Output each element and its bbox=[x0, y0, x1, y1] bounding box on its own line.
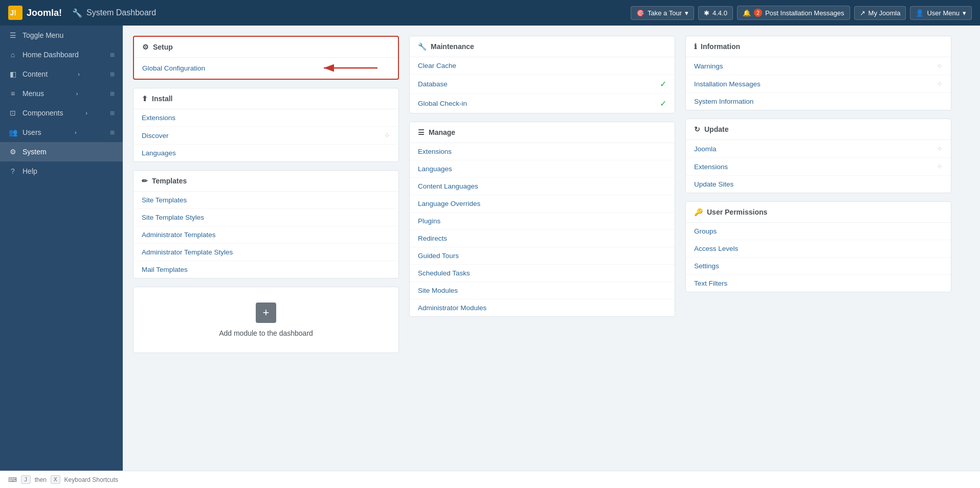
site-templates-link[interactable]: Site Templates bbox=[133, 192, 398, 209]
pencil-icon: ✏ bbox=[142, 177, 148, 185]
gear-icon: ⚙ bbox=[142, 43, 149, 51]
administrator-template-styles-link[interactable]: Administrator Template Styles bbox=[133, 244, 398, 261]
administrator-modules-link[interactable]: Administrator Modules bbox=[410, 299, 675, 316]
sidebar-item-home-dashboard[interactable]: ⌂ Home Dashboard ⊞ bbox=[0, 45, 123, 64]
hamburger-icon: ☰ bbox=[8, 31, 17, 39]
sidebar-item-content[interactable]: ◧ Content › ⊞ bbox=[0, 64, 123, 84]
grid-icon: ⊞ bbox=[110, 71, 115, 78]
extensions-install-link[interactable]: Extensions bbox=[133, 109, 398, 127]
check-icon: ✓ bbox=[660, 99, 666, 108]
joomla-icon: ✱ bbox=[704, 9, 709, 17]
database-link[interactable]: Database ✓ bbox=[410, 75, 675, 94]
refresh-icon: ↻ bbox=[694, 125, 700, 133]
access-levels-link[interactable]: Access Levels bbox=[686, 240, 951, 258]
check-icon: ✓ bbox=[660, 79, 666, 89]
update-sites-link[interactable]: Update Sites bbox=[686, 176, 951, 193]
plugins-link[interactable]: Plugins bbox=[410, 213, 675, 230]
clear-cache-link[interactable]: Clear Cache bbox=[410, 57, 675, 75]
take-a-tour-button[interactable]: 🎯 Take a Tour ▾ bbox=[631, 6, 694, 20]
notifications-badge: 2 bbox=[754, 9, 762, 17]
templates-panel: ✏ Templates Site Templates Site Template… bbox=[133, 170, 399, 278]
warnings-link[interactable]: Warnings ⁘ bbox=[686, 57, 951, 75]
administrator-templates-link[interactable]: Administrator Templates bbox=[133, 226, 398, 244]
add-module-box[interactable]: + Add module to the dashboard bbox=[133, 287, 399, 353]
spinner-icon: ⁘ bbox=[937, 80, 943, 88]
topbar: J! Joomla! 🔧 System Dashboard 🎯 Take a T… bbox=[0, 0, 980, 26]
settings-link[interactable]: Settings bbox=[686, 258, 951, 275]
setup-panel-header: ⚙ Setup bbox=[134, 37, 398, 58]
my-joomla-button[interactable]: ↗ My Joomla bbox=[854, 6, 906, 20]
installation-messages-link[interactable]: Installation Messages ⁘ bbox=[686, 75, 951, 93]
chevron-right-icon: › bbox=[78, 71, 80, 77]
maintenance-panel: 🔧 Maintenance Clear Cache Database ✓ Glo… bbox=[409, 36, 675, 113]
information-panel-header: ℹ Information bbox=[686, 36, 951, 57]
site-modules-link[interactable]: Site Modules bbox=[410, 282, 675, 299]
extensions-manage-link[interactable]: Extensions bbox=[410, 143, 675, 160]
site-template-styles-link[interactable]: Site Template Styles bbox=[133, 209, 398, 226]
maintenance-panel-header: 🔧 Maintenance bbox=[410, 36, 675, 57]
global-configuration-link[interactable]: Global Configuration bbox=[134, 60, 398, 77]
user-menu-button[interactable]: 👤 User Menu ▾ bbox=[910, 6, 972, 20]
grid-icon: ⊞ bbox=[110, 90, 115, 97]
sidebar-item-help[interactable]: ? Help bbox=[0, 161, 123, 181]
extensions-update-link[interactable]: Extensions ⁘ bbox=[686, 158, 951, 176]
groups-link[interactable]: Groups bbox=[686, 223, 951, 240]
sidebar-item-menus[interactable]: ≡ Menus › ⊞ bbox=[0, 84, 123, 103]
content-languages-link[interactable]: Content Languages bbox=[410, 178, 675, 195]
middle-column: 🔧 Maintenance Clear Cache Database ✓ Glo… bbox=[409, 36, 675, 353]
right-column: ℹ Information Warnings ⁘ Installation Me… bbox=[685, 36, 951, 353]
joomla-update-link[interactable]: Joomla ⁘ bbox=[686, 140, 951, 158]
svg-text:J!: J! bbox=[10, 9, 16, 17]
user-icon: 👤 bbox=[916, 9, 924, 17]
spinner-icon: ⁘ bbox=[937, 62, 943, 70]
wrench-icon: 🔧 bbox=[72, 8, 82, 18]
page-title: 🔧 System Dashboard bbox=[72, 8, 625, 18]
key-icon: 🔑 bbox=[694, 208, 703, 216]
system-information-link[interactable]: System Information bbox=[686, 93, 951, 110]
red-arrow-annotation bbox=[321, 62, 383, 74]
bottombar: ⌨ J then X Keyboard Shortcuts bbox=[0, 471, 980, 488]
grid-icon: ⊞ bbox=[110, 129, 115, 136]
install-panel-header: ⬆ Install bbox=[133, 88, 398, 109]
notifications-button[interactable]: 🔔 2 Post Installation Messages bbox=[737, 6, 850, 20]
redirects-link[interactable]: Redirects bbox=[410, 230, 675, 247]
discover-link[interactable]: Discover ⁘ bbox=[133, 127, 398, 145]
plus-icon: + bbox=[263, 306, 270, 319]
chevron-right-icon: › bbox=[75, 129, 77, 135]
sidebar-item-components[interactable]: ⊡ Components › ⊞ bbox=[0, 103, 123, 123]
global-check-in-link[interactable]: Global Check-in ✓ bbox=[410, 94, 675, 113]
grid-icon: ⊞ bbox=[110, 52, 115, 58]
user-permissions-panel-header: 🔑 User Permissions bbox=[686, 202, 951, 223]
install-icon: ⬆ bbox=[142, 95, 148, 103]
help-icon: ? bbox=[8, 167, 17, 175]
layout: ☰ Toggle Menu ⌂ Home Dashboard ⊞ ◧ Conte… bbox=[0, 26, 980, 471]
language-overrides-link[interactable]: Language Overrides bbox=[410, 195, 675, 213]
spinner-icon: ⁘ bbox=[937, 145, 943, 153]
add-module-button[interactable]: + bbox=[256, 303, 276, 323]
text-filters-link[interactable]: Text Filters bbox=[686, 275, 951, 292]
guided-tours-link[interactable]: Guided Tours bbox=[410, 247, 675, 265]
languages-install-link[interactable]: Languages bbox=[133, 145, 398, 161]
grid-icon: ⊞ bbox=[110, 110, 115, 117]
sidebar-item-system[interactable]: ⚙ System bbox=[0, 142, 123, 161]
scheduled-tasks-link[interactable]: Scheduled Tasks bbox=[410, 265, 675, 282]
info-icon: ℹ bbox=[694, 42, 697, 51]
user-permissions-panel: 🔑 User Permissions Groups Access Levels … bbox=[685, 201, 951, 292]
update-panel-header: ↻ Update bbox=[686, 119, 951, 140]
left-column: ⚙ Setup Global Configuration bbox=[133, 36, 399, 353]
install-panel: ⬆ Install Extensions Discover ⁘ Language… bbox=[133, 88, 399, 162]
manage-panel-header: ☰ Manage bbox=[410, 122, 675, 143]
logo[interactable]: J! Joomla! bbox=[8, 6, 62, 20]
mail-templates-link[interactable]: Mail Templates bbox=[133, 261, 398, 278]
sidebar-item-users[interactable]: 👥 Users › ⊞ bbox=[0, 123, 123, 142]
version-badge[interactable]: ✱ 4.4.0 bbox=[698, 6, 733, 20]
spinner-icon: ⁘ bbox=[384, 131, 390, 140]
tour-icon: 🎯 bbox=[636, 9, 644, 17]
update-panel: ↻ Update Joomla ⁘ Extensions ⁘ Update Si… bbox=[685, 119, 951, 193]
main-content: ⚙ Setup Global Configuration bbox=[123, 26, 980, 471]
sidebar-item-toggle-menu[interactable]: ☰ Toggle Menu bbox=[0, 26, 123, 45]
templates-panel-header: ✏ Templates bbox=[133, 171, 398, 192]
languages-manage-link[interactable]: Languages bbox=[410, 160, 675, 178]
chevron-right-icon: › bbox=[76, 90, 78, 97]
external-link-icon: ↗ bbox=[860, 9, 865, 17]
